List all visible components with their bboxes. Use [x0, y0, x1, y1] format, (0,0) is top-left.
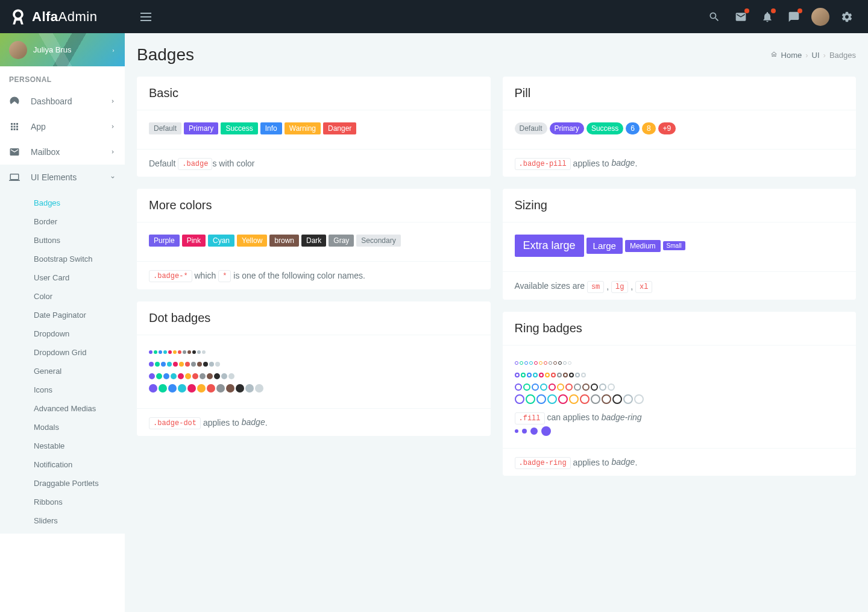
badge-pill: Success — [587, 122, 623, 134]
sidebar-item-mailbox[interactable]: Mailbox — [0, 139, 125, 165]
sidebar-item-app[interactable]: App — [0, 114, 125, 139]
card-title: Basic — [137, 77, 491, 110]
sidebar-sub-item[interactable]: Advanced Medias — [0, 399, 125, 418]
breadcrumb-sep: › — [805, 51, 808, 60]
badge-ring — [575, 373, 580, 377]
sidebar-user[interactable]: Juliya Brus — [0, 33, 125, 66]
badge-ring-fill — [541, 426, 551, 436]
sidebar-sub-item[interactable]: Dropdown — [0, 324, 125, 343]
sidebar-sub-item[interactable]: Badges — [0, 194, 125, 212]
breadcrumb-home[interactable]: Home — [781, 51, 802, 60]
badge: Primary — [184, 122, 218, 134]
card-basic: Basic DefaultPrimarySuccessInfoWarningDa… — [137, 77, 491, 177]
sidebar-sub-item[interactable]: Border — [0, 212, 125, 231]
badge-pill: Primary — [550, 122, 584, 134]
card-footer: .badge-dot applies to badge. — [137, 408, 491, 436]
badge-ring — [539, 373, 544, 377]
breadcrumb-ui[interactable]: UI — [812, 51, 820, 60]
badge: Success — [221, 122, 257, 134]
sidebar-sub-item[interactable]: Bootstrap Switch — [0, 250, 125, 268]
breadcrumb-current: Badges — [829, 51, 856, 60]
badge-dot — [161, 362, 166, 367]
sidebar-item-dashboard[interactable]: Dashboard — [0, 89, 125, 114]
chevron-right-icon — [111, 45, 116, 55]
badge-sized: Medium — [625, 240, 661, 252]
badge-dot — [221, 373, 227, 379]
dashboard-icon — [9, 96, 24, 107]
sidebar-user-name: Juliya Brus — [33, 45, 72, 54]
sidebar-sub-item[interactable]: Nestable — [0, 437, 125, 455]
sidebar-sub-item[interactable]: Icons — [0, 380, 125, 399]
badge-dot — [185, 373, 191, 379]
dot-row — [149, 371, 479, 380]
badge-ring — [582, 383, 590, 391]
badge-ring — [521, 373, 526, 377]
user-menu[interactable] — [808, 5, 832, 29]
badge-ring — [602, 394, 611, 404]
badge-dot — [173, 350, 177, 354]
brand-text: AlfaAdmin — [32, 9, 97, 25]
fill-row — [515, 426, 844, 436]
badge-ring — [568, 361, 571, 365]
sidebar-item-ui-elements[interactable]: UI Elements — [0, 165, 125, 190]
card-footer: Available sizes are sm , lg , xl — [503, 271, 857, 300]
badge-ring — [599, 383, 606, 391]
badge-ring — [545, 373, 550, 377]
badge-ring-fill — [515, 429, 518, 433]
badge-dot — [214, 373, 220, 379]
badge-ring — [549, 383, 556, 391]
badge-ring — [520, 361, 523, 365]
badge: Info — [260, 122, 282, 134]
mail-icon[interactable] — [729, 5, 753, 29]
card-ring: Ring badges .fill can applies to badge-r… — [503, 312, 857, 476]
badge-ring — [540, 383, 547, 391]
badge-ring — [591, 394, 600, 404]
card-footer: .badge-pill applies to badge. — [503, 149, 857, 177]
sidebar-sub-item[interactable]: Buttons — [0, 231, 125, 250]
badge-ring — [608, 383, 615, 391]
nav-label: App — [31, 122, 46, 131]
badge-sized: Large — [587, 238, 623, 254]
avatar — [9, 41, 27, 59]
badge-dot — [178, 384, 186, 393]
chat-icon[interactable] — [782, 5, 806, 29]
badge-ring-fill — [522, 429, 527, 434]
badge-dot — [179, 362, 184, 367]
sidebar-sub-item[interactable]: Modals — [0, 418, 125, 437]
brand-link[interactable]: AlfaAdmin — [0, 0, 125, 33]
card-dot: Dot badges .badge-dot applies to badge. — [137, 301, 491, 437]
sidebar-sub-item[interactable]: Date Paginator — [0, 306, 125, 324]
sidebar-sub-item[interactable]: User Card — [0, 268, 125, 287]
search-icon[interactable] — [702, 5, 726, 29]
grid-icon — [9, 121, 24, 132]
badge-ring — [515, 383, 522, 391]
sidebar-sub-item[interactable]: Notification — [0, 455, 125, 474]
badge: Pink — [182, 235, 206, 247]
badge-ring — [574, 383, 581, 391]
dot-row — [149, 347, 479, 356]
badge-dot — [197, 362, 202, 367]
dot-row — [149, 359, 479, 368]
badge-dot — [192, 373, 198, 379]
card-more-colors: More colors PurplePinkCyanYellowbrownDar… — [137, 189, 491, 289]
chevron-right-icon — [110, 122, 116, 131]
laptop-icon — [9, 172, 24, 183]
badge-pill: 6 — [626, 122, 640, 134]
sidebar-sub-item[interactable]: General — [0, 362, 125, 380]
badge-ring — [526, 394, 535, 404]
settings-icon[interactable] — [835, 5, 859, 29]
sidebar-sub-item[interactable]: Draggable Portlets — [0, 474, 125, 488]
badge-dot — [163, 350, 167, 354]
bell-icon[interactable] — [755, 5, 779, 29]
sidebar-sub-item[interactable]: Dropdown Grid — [0, 343, 125, 362]
badge-dot — [207, 373, 213, 379]
badge-ring — [515, 361, 518, 365]
badge-ring — [524, 361, 528, 365]
sidebar-sub-item[interactable]: Color — [0, 287, 125, 306]
chevron-down-icon — [110, 172, 116, 182]
badge-ring — [547, 394, 557, 404]
breadcrumb-sep: › — [823, 51, 826, 60]
sidebar-toggle[interactable] — [134, 5, 158, 29]
card-footer: .badge-ring applies to badge. — [503, 448, 857, 476]
nav-label: UI Elements — [31, 172, 77, 182]
